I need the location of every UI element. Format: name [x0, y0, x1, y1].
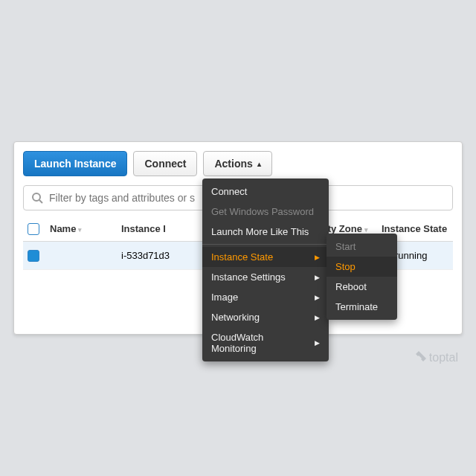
- sort-icon: ▾: [364, 226, 368, 234]
- menu-item-launch-more-like-this[interactable]: Launch More Like This: [202, 222, 329, 242]
- toolbar: Launch Instance Connect Actions ▴: [23, 151, 453, 176]
- chevron-right-icon: ▶: [315, 339, 320, 347]
- submenu-item-terminate[interactable]: Terminate: [327, 297, 397, 317]
- sort-icon: ▾: [78, 226, 82, 234]
- chevron-up-icon: ▴: [257, 160, 261, 168]
- actions-label: Actions: [214, 158, 252, 170]
- chevron-right-icon: ▶: [315, 254, 320, 261]
- search-icon: [31, 192, 43, 204]
- select-all-checkbox[interactable]: [28, 223, 39, 235]
- submenu-item-start: Start: [327, 237, 397, 257]
- chevron-right-icon: ▶: [315, 294, 320, 301]
- chevron-right-icon: ▶: [315, 274, 320, 281]
- menu-item-instance-state[interactable]: Instance State▶: [202, 247, 329, 267]
- menu-item-instance-settings[interactable]: Instance Settings▶: [202, 267, 329, 287]
- menu-item-get-windows-password: Get Windows Password: [202, 202, 329, 222]
- submenu-item-reboot[interactable]: Reboot: [327, 277, 397, 297]
- launch-instance-label: Launch Instance: [34, 158, 116, 170]
- ec2-panel: Launch Instance Connect Actions ▴ Name▾: [13, 141, 463, 334]
- connect-button[interactable]: Connect: [133, 151, 197, 176]
- svg-line-1: [39, 200, 42, 203]
- cell-name: [45, 242, 117, 270]
- menu-item-networking[interactable]: Networking▶: [202, 307, 329, 327]
- svg-point-0: [33, 193, 40, 201]
- row-checkbox[interactable]: [28, 250, 39, 262]
- menu-item-cloudwatch-monitoring[interactable]: CloudWatch Monitoring▶: [202, 327, 329, 358]
- menu-item-connect[interactable]: Connect: [202, 181, 329, 202]
- instance-state-submenu: StartStopRebootTerminate: [327, 234, 397, 320]
- submenu-item-stop[interactable]: Stop: [327, 257, 397, 277]
- actions-menu: ConnectGet Windows PasswordLaunch More L…: [202, 178, 329, 361]
- launch-instance-button[interactable]: Launch Instance: [23, 151, 127, 176]
- col-name[interactable]: Name▾: [45, 216, 117, 241]
- menu-separator: [202, 244, 329, 245]
- watermark: toptal: [416, 351, 458, 364]
- menu-item-image[interactable]: Image▶: [202, 287, 329, 307]
- connect-label: Connect: [144, 158, 186, 170]
- actions-button[interactable]: Actions ▴: [203, 151, 271, 176]
- toptal-logo-icon: [416, 351, 426, 364]
- chevron-right-icon: ▶: [315, 314, 320, 321]
